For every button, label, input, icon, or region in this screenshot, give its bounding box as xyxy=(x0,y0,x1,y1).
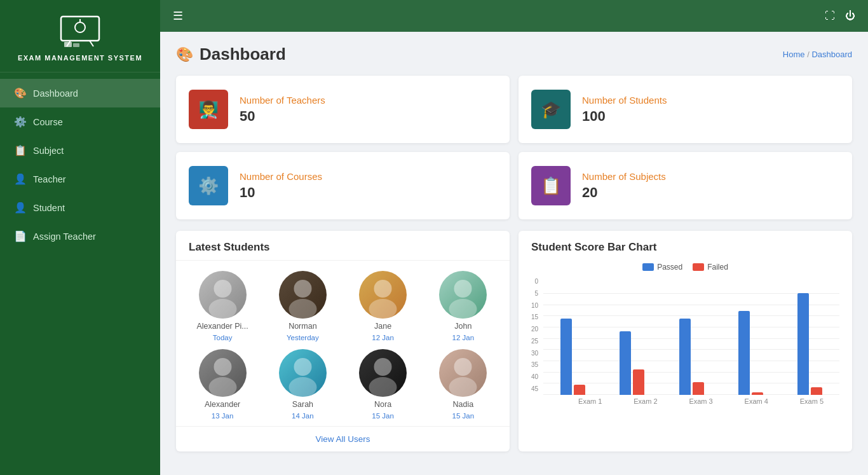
bar-failed xyxy=(811,387,822,395)
logo-text: Exam Management System xyxy=(18,53,142,63)
y-axis-label: 20 xyxy=(531,326,538,333)
x-axis-label: Exam 4 xyxy=(729,395,784,405)
bar-passed xyxy=(797,293,809,395)
breadcrumb-home[interactable]: Home xyxy=(783,50,805,59)
student-avatar xyxy=(199,271,247,319)
y-axis-label: 45 xyxy=(531,385,538,392)
svg-point-19 xyxy=(374,358,392,376)
view-all-users-button[interactable]: View All Users xyxy=(176,426,510,451)
topbar: ☰ ⛶ ⏻ xyxy=(160,0,868,32)
student-item: Sarah 14 Jan xyxy=(266,349,339,420)
svg-point-20 xyxy=(369,377,397,397)
y-axis-label: 15 xyxy=(531,313,538,320)
y-axis-label: 40 xyxy=(531,373,538,380)
stat-icon-teachers: 👨‍🏫 xyxy=(189,90,228,129)
svg-rect-5 xyxy=(64,42,72,47)
student-name: John xyxy=(454,322,471,331)
bar-group xyxy=(602,331,661,395)
student-item: Norman Yesterday xyxy=(266,271,339,341)
failed-label: Failed xyxy=(707,263,728,272)
svg-point-15 xyxy=(214,358,231,376)
student-name: Alexander xyxy=(205,400,240,409)
svg-point-8 xyxy=(208,299,236,319)
svg-point-12 xyxy=(369,299,397,319)
student-avatar xyxy=(439,271,487,319)
fullscreen-icon[interactable]: ⛶ xyxy=(825,10,835,22)
sidebar-item-teacher[interactable]: 👤Teacher xyxy=(0,165,160,193)
y-axis-label: 25 xyxy=(531,338,538,345)
student-avatar xyxy=(279,349,327,397)
sidebar-item-subject[interactable]: 📋Subject xyxy=(0,136,160,165)
student-date: Today xyxy=(213,334,233,341)
bar-passed xyxy=(738,311,750,395)
student-item: Alexander 13 Jan xyxy=(186,349,259,420)
svg-point-10 xyxy=(288,299,316,319)
students-grid: Alexander Pi... Today Norman Yesterday J… xyxy=(176,261,510,426)
nav-label-assign-teacher: Assign Teacher xyxy=(33,231,96,242)
stat-label-courses: Number of Courses xyxy=(240,171,322,182)
student-name: Nadia xyxy=(453,400,474,409)
student-avatar xyxy=(359,349,407,397)
power-icon[interactable]: ⏻ xyxy=(845,10,855,22)
bar-failed xyxy=(693,382,704,395)
student-avatar xyxy=(439,349,487,397)
dashboard-icon: 🎨 xyxy=(176,46,193,63)
svg-rect-6 xyxy=(73,43,79,47)
sidebar-item-course[interactable]: ⚙️Course xyxy=(0,107,160,136)
avatar-placeholder xyxy=(359,271,407,319)
bar-failed xyxy=(574,385,585,395)
svg-point-7 xyxy=(214,280,231,298)
bottom-grid: Latest Students Alexander Pi... Today No… xyxy=(176,231,852,451)
student-avatar xyxy=(199,349,247,397)
nav-icon-course: ⚙️ xyxy=(14,116,27,128)
stat-icon-subjects: 📋 xyxy=(531,166,571,205)
bar-passed xyxy=(620,331,631,395)
svg-point-18 xyxy=(288,377,316,397)
chart-legend: Passed Failed xyxy=(531,263,839,272)
nav-icon-student: 👤 xyxy=(14,202,27,214)
stat-value-teachers: 50 xyxy=(240,108,325,125)
stat-value-students: 100 xyxy=(582,108,667,125)
sidebar-item-dashboard[interactable]: 🎨Dashboard xyxy=(0,79,160,107)
stat-info-students: Number of Students 100 xyxy=(582,95,667,125)
breadcrumb: Home / Dashboard xyxy=(783,50,852,59)
student-avatar xyxy=(359,271,407,319)
stat-info-subjects: Number of Subjects 20 xyxy=(582,171,666,201)
student-date: Yesterday xyxy=(287,334,319,341)
svg-point-13 xyxy=(454,280,472,298)
bar-passed xyxy=(679,319,691,395)
breadcrumb-current: Dashboard xyxy=(811,50,852,59)
stat-label-teachers: Number of Teachers xyxy=(240,95,325,106)
nav-label-course: Course xyxy=(33,117,63,127)
bars-area xyxy=(543,293,839,395)
stat-value-courses: 10 xyxy=(240,184,322,201)
nav-label-teacher: Teacher xyxy=(33,174,66,184)
sidebar-item-student[interactable]: 👤Student xyxy=(0,193,160,222)
svg-point-9 xyxy=(294,280,311,298)
svg-point-14 xyxy=(449,299,477,319)
x-axis-label: Exam 5 xyxy=(784,395,839,405)
stat-card-students: 🎓 Number of Students 100 xyxy=(519,76,852,143)
breadcrumb-separator: / xyxy=(805,50,812,59)
stats-grid: 👨‍🏫 Number of Teachers 50 🎓 Number of St… xyxy=(176,76,852,219)
bar-group xyxy=(780,293,839,395)
sidebar-item-assign-teacher[interactable]: 📄Assign Teacher xyxy=(0,222,160,251)
bar-group xyxy=(721,311,780,395)
student-date: 14 Jan xyxy=(292,412,314,420)
bar-passed xyxy=(560,319,572,395)
bar-failed xyxy=(752,392,763,395)
legend-passed: Passed xyxy=(642,263,682,272)
chart-container: 454035302520151050 xyxy=(531,278,839,405)
svg-point-22 xyxy=(449,377,477,397)
main-content: ☰ ⛶ ⏻ 🎨 Dashboard Home / Dashboard 👨‍🏫 N… xyxy=(160,0,868,475)
nav-label-dashboard: Dashboard xyxy=(33,88,78,99)
student-date: 12 Jan xyxy=(452,334,475,341)
avatar-placeholder xyxy=(199,271,247,319)
hamburger-button[interactable]: ☰ xyxy=(173,9,183,23)
stat-label-students: Number of Students xyxy=(582,95,667,106)
x-axis-label: Exam 2 xyxy=(618,395,673,405)
stat-value-subjects: 20 xyxy=(582,184,666,201)
stat-card-subjects: 📋 Number of Subjects 20 xyxy=(519,152,852,219)
student-avatar xyxy=(279,271,327,319)
y-axis-label: 35 xyxy=(531,361,538,368)
